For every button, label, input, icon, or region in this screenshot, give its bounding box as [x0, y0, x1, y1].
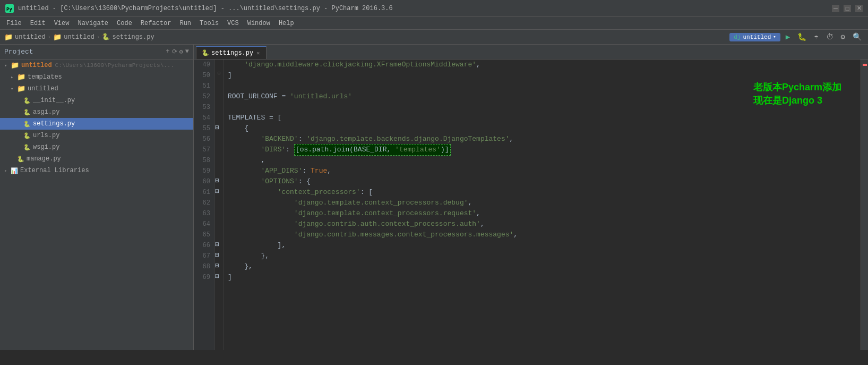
breadcrumb-root[interactable]: 📁 untitled	[4, 33, 46, 41]
editor-tab-bar: 🐍 settings.py ✕	[194, 45, 868, 60]
py-icon-asgi: 🐍	[23, 109, 31, 116]
profile-button[interactable]: ⏱	[824, 32, 836, 43]
expand-arrow-templates[interactable]: ▸	[11, 74, 17, 80]
breadcrumb-sub[interactable]: 📁 untitled	[53, 33, 94, 41]
maximize-button[interactable]: □	[844, 5, 851, 12]
tab-settings-py[interactable]: 🐍 settings.py ✕	[196, 46, 267, 59]
tree-label-templates: templates	[28, 73, 62, 81]
code-line-68: },	[228, 261, 856, 272]
add-button[interactable]: +	[166, 48, 169, 56]
coverage-button[interactable]: ☂	[812, 31, 820, 43]
run-button[interactable]: ▶	[784, 31, 792, 43]
breadcrumb-bar: 📁 untitled › 📁 untitled › 🐍 settings.py …	[0, 30, 868, 45]
folder-icon-2: 📁	[53, 33, 62, 41]
code-line-51	[228, 81, 856, 91]
tree-item-extlibs[interactable]: ▸ 📊 External Libraries	[0, 165, 193, 176]
editor-area: 🐍 settings.py ✕ 49 50 51 52 53 54 55 56 …	[194, 45, 868, 350]
py-icon: 🐍	[102, 33, 110, 41]
code-line-69: ]	[228, 272, 856, 283]
tab-close-button[interactable]: ✕	[255, 50, 261, 56]
menu-refactor[interactable]: Refactor	[136, 19, 176, 28]
tree-item-urls[interactable]: 🐍 urls.py	[0, 130, 193, 141]
window-controls: ─ □ ✕	[832, 5, 863, 12]
code-content[interactable]: 'django.middleware.clickjacking.XFrameOp…	[224, 60, 861, 350]
sidebar-title: Project	[4, 48, 33, 56]
tree-path-root: C:\Users\13600\PycharmProjects\...	[55, 62, 174, 69]
py-icon-wsgi: 🐍	[23, 144, 31, 151]
breadcrumb-file[interactable]: 🐍 settings.py	[102, 33, 154, 41]
breadcrumb-toolbar: dj untitled ▾ ▶ 🐛 ☂ ⏱ ⚙ 🔍	[729, 31, 864, 43]
expand-arrow-extlibs[interactable]: ▸	[4, 168, 11, 174]
code-line-58: ,	[228, 155, 856, 166]
breadcrumb-sub-label: untitled	[64, 33, 94, 41]
code-editor[interactable]: 49 50 51 52 53 54 55 56 57 58 59 60 61 6…	[194, 60, 868, 350]
sidebar-header-buttons: + ⟳ ⚙ ▼	[166, 48, 189, 56]
menu-window[interactable]: Window	[243, 19, 274, 28]
run-config-label: untitled	[743, 34, 771, 40]
tree-label-root: untitled	[21, 62, 52, 69]
tree-label-extlibs: External Libraries	[20, 167, 89, 174]
tree-label-manage: manage.py	[27, 155, 61, 163]
minimize-button[interactable]: ─	[832, 5, 839, 12]
py-icon-urls: 🐍	[23, 132, 31, 139]
project-sidebar: Project + ⟳ ⚙ ▼ ▾ 📁 untitled C:\Users\13…	[0, 45, 194, 350]
tree-item-root[interactable]: ▾ 📁 untitled C:\Users\13600\PycharmProje…	[0, 60, 193, 71]
menu-run[interactable]: Run	[175, 19, 195, 28]
django-icon: dj	[734, 34, 741, 40]
close-button[interactable]: ✕	[855, 5, 863, 12]
menu-tools[interactable]: Tools	[195, 19, 223, 28]
folder-icon-root: 📁	[11, 61, 19, 70]
breadcrumb-sep-1: ›	[48, 34, 51, 40]
tab-py-icon: 🐍	[202, 49, 209, 56]
libs-icon: 📊	[11, 167, 18, 174]
menu-vcs[interactable]: VCS	[223, 19, 243, 28]
menu-view[interactable]: View	[50, 19, 74, 28]
tree-label-settings: settings.py	[33, 120, 75, 128]
window-title: untitled - [C:\Users\13600\PycharmProjec…	[18, 5, 832, 12]
code-line-55: {	[228, 123, 856, 134]
collapse-button[interactable]: ▼	[185, 48, 189, 56]
code-line-60: 'OPTIONS': {	[228, 176, 856, 187]
code-line-66: ],	[228, 240, 856, 251]
error-marker	[863, 64, 867, 66]
code-line-61: 'context_processors': [	[228, 187, 856, 198]
code-line-63: 'django.template.context_processors.requ…	[228, 208, 856, 219]
sync-button[interactable]: ⟳	[172, 48, 177, 56]
menu-bar: File Edit View Navigate Code Refactor Ru…	[0, 17, 868, 30]
gear-icon[interactable]: ⚙	[179, 48, 183, 56]
code-line-65: 'django.contrib.messages.context_process…	[228, 230, 856, 240]
code-line-56: 'BACKEND': 'django.template.backends.dja…	[228, 134, 856, 145]
sidebar-header: Project + ⟳ ⚙ ▼	[0, 45, 193, 60]
menu-file[interactable]: File	[2, 19, 26, 28]
pycharm-icon: Py	[5, 4, 14, 13]
tree-item-wsgi[interactable]: 🐍 wsgi.py	[0, 141, 193, 153]
scrollbar-track[interactable]	[861, 60, 868, 350]
tree-item-init[interactable]: 🐍 __init__.py	[0, 95, 193, 106]
tree-item-asgi[interactable]: 🐍 asgi.py	[0, 106, 193, 118]
search-everywhere-button[interactable]: 🔍	[850, 31, 864, 43]
breadcrumb-root-label: untitled	[15, 33, 46, 41]
tree-item-templates[interactable]: ▸ 📁 templates	[0, 71, 193, 83]
buildtools-button[interactable]: ⚙	[839, 31, 847, 43]
run-config-selector[interactable]: dj untitled ▾	[729, 33, 780, 41]
tab-label: settings.py	[211, 49, 253, 57]
title-bar: Py untitled - [C:\Users\13600\PycharmPro…	[0, 0, 868, 17]
tree-item-settings[interactable]: 🐍 settings.py	[0, 118, 193, 130]
tree-item-manage[interactable]: 🐍 manage.py	[0, 153, 193, 165]
fold-markers: ⊟ ⊟ ⊟ ⊟ ⊟ ⊟ ⊟ ⊟	[215, 60, 224, 350]
tree-item-untitled-pkg[interactable]: ▾ 📁 untitled	[0, 83, 193, 95]
tree-label-urls: urls.py	[33, 132, 59, 139]
debug-button[interactable]: 🐛	[795, 31, 809, 43]
py-icon-manage: 🐍	[17, 156, 24, 163]
menu-help[interactable]: Help	[274, 19, 298, 28]
expand-arrow-root[interactable]: ▾	[4, 63, 11, 69]
code-line-62: 'django.template.context_processors.debu…	[228, 198, 856, 208]
line-numbers: 49 50 51 52 53 54 55 56 57 58 59 60 61 6…	[194, 60, 215, 350]
code-line-50: ]	[228, 70, 856, 81]
tree-label-asgi: asgi.py	[33, 108, 59, 116]
expand-arrow-pkg[interactable]: ▾	[11, 86, 17, 92]
menu-code[interactable]: Code	[113, 19, 136, 28]
menu-edit[interactable]: Edit	[26, 19, 50, 28]
folder-icon: 📁	[4, 33, 13, 41]
menu-navigate[interactable]: Navigate	[73, 19, 113, 28]
